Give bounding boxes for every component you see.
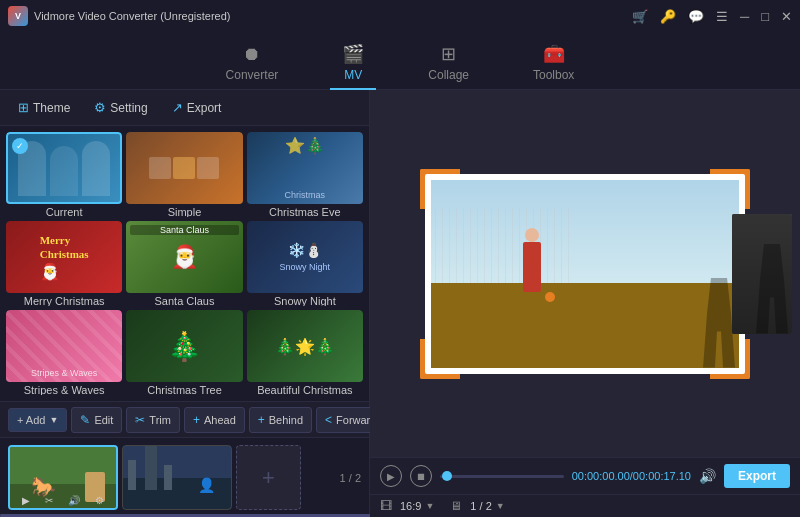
close-btn[interactable]: ✕ (781, 9, 792, 24)
theme-beautiful[interactable]: 🎄🌟🎄 Beautiful Christmas (247, 310, 363, 395)
theme-christmas-eve[interactable]: ⭐🎄 Christmas Christmas Eve (247, 132, 363, 217)
display-icon: 🖥 (450, 499, 462, 513)
tab-mv[interactable]: 🎬 MV (330, 37, 376, 90)
theme-current-thumb: ✓ (6, 132, 122, 204)
tab-converter-label: Converter (226, 68, 279, 82)
aspect-dropdown-arrow: ▼ (425, 501, 434, 511)
player-body (523, 242, 541, 292)
export-button[interactable]: Export (724, 464, 790, 488)
side-figure (752, 244, 792, 334)
trim-icon: ✂ (135, 413, 145, 427)
title-bar: V Vidmore Video Converter (Unregistered)… (0, 0, 800, 32)
edit-button[interactable]: ✎ Edit (71, 407, 122, 433)
subtab-setting[interactable]: ⚙ Setting (84, 96, 157, 119)
setting-icon: ⚙ (94, 100, 106, 115)
theme-icon: ⊞ (18, 100, 29, 115)
ratio-dropdown-arrow: ▼ (496, 501, 505, 511)
theme-tree-thumb: 🎄 (126, 310, 242, 382)
trim-button[interactable]: ✂ Trim (126, 407, 180, 433)
title-bar-left: V Vidmore Video Converter (Unregistered) (8, 6, 230, 26)
export-sub-icon: ↗ (172, 100, 183, 115)
menu-icon[interactable]: ☰ (716, 9, 728, 24)
theme-xmas-eve-thumb: ⭐🎄 Christmas (247, 132, 363, 204)
bottom-toolbar: + Add ▼ ✎ Edit ✂ Trim + Ahead + Behind (0, 401, 369, 437)
clip1-cut[interactable]: ✂ (45, 495, 53, 506)
theme-simple[interactable]: Simple (126, 132, 242, 217)
tab-toolbox-label: Toolbox (533, 68, 574, 82)
media-add-button[interactable]: + (236, 445, 301, 510)
clip1-controls: ▶ ✂ 🔊 ⚙ (10, 495, 116, 506)
preview-image (425, 174, 745, 374)
preview-frame (425, 174, 745, 374)
media-strip: 00:00:10 ✕ 🐎 ▶ ✂ 🔊 ⚙ (0, 437, 369, 517)
film-icon: 🎞 (380, 499, 392, 513)
theme-merry-christmas[interactable]: Merry Christmas 🎅 Merry Christmas (6, 221, 122, 306)
basketball (545, 292, 555, 302)
key-icon[interactable]: 🔑 (660, 9, 676, 24)
fence (431, 208, 739, 283)
tab-collage[interactable]: ⊞ Collage (416, 37, 481, 90)
theme-beautiful-label: Beautiful Christmas (247, 382, 363, 395)
theme-tree[interactable]: 🎄 Christmas Tree (126, 310, 242, 395)
media-clip-2[interactable]: 👤 (122, 445, 232, 510)
progress-indicator (442, 471, 452, 481)
left-panel: ⊞ Theme ⚙ Setting ↗ Export ✓ (0, 90, 370, 517)
theme-snowy[interactable]: ❄️⛄ Snowy Night Snowy Night (247, 221, 363, 306)
theme-stripes-label: Stripes & Waves (6, 382, 122, 395)
trim-label: Trim (149, 414, 171, 426)
progress-bar[interactable] (440, 475, 564, 478)
cart-icon[interactable]: 🛒 (632, 9, 648, 24)
theme-tree-label: Christmas Tree (126, 382, 242, 395)
forward-icon: < (325, 413, 332, 427)
scene-ground (431, 283, 739, 368)
aspect-ratio-label: 16:9 (400, 500, 421, 512)
theme-merry-label: Merry Christmas (6, 293, 122, 306)
subtab-theme[interactable]: ⊞ Theme (8, 96, 80, 119)
toolbox-icon: 🧰 (543, 43, 565, 65)
clip1-settings[interactable]: ⚙ (95, 495, 104, 506)
time-display: 00:00:00.00/00:00:17.10 (572, 470, 691, 482)
collage-icon: ⊞ (441, 43, 456, 65)
subtab-theme-label: Theme (33, 101, 70, 115)
media-clip-1[interactable]: 00:00:10 ✕ 🐎 ▶ ✂ 🔊 ⚙ (8, 445, 118, 510)
theme-merry-thumb: Merry Christmas 🎅 (6, 221, 122, 293)
tab-converter[interactable]: ⏺ Converter (214, 38, 291, 90)
theme-current-label: Current (6, 204, 122, 217)
aspect-bar: 🎞 16:9 ▼ 🖥 1 / 2 ▼ (370, 494, 800, 517)
subtab-export[interactable]: ↗ Export (162, 96, 232, 119)
minimize-btn[interactable]: ─ (740, 9, 749, 24)
behind-button[interactable]: + Behind (249, 407, 312, 433)
tab-toolbox[interactable]: 🧰 Toolbox (521, 37, 586, 90)
add-label: + Add (17, 414, 45, 426)
add-dropdown-arrow[interactable]: ▼ (49, 415, 58, 425)
behind-label: Behind (269, 414, 303, 426)
theme-santa[interactable]: 🎅 Santa Claus Santa Claus (126, 221, 242, 306)
right-panel: ▶ ⏹ 00:00:00.00/00:00:17.10 🔊 Export 🎞 1… (370, 90, 800, 517)
theme-grid: ✓ Current Happy (0, 126, 369, 401)
theme-stripes[interactable]: Stripes & Waves Stripes & Waves (6, 310, 122, 395)
sub-tabs: ⊞ Theme ⚙ Setting ↗ Export (0, 90, 369, 126)
theme-snowy-thumb: ❄️⛄ Snowy Night (247, 221, 363, 293)
message-icon[interactable]: 💬 (688, 9, 704, 24)
clip1-vol[interactable]: 🔊 (68, 495, 80, 506)
app-icon: V (8, 6, 28, 26)
playback-bar: ▶ ⏹ 00:00:00.00/00:00:17.10 🔊 Export (370, 457, 800, 494)
theme-xmas-eve-label: Christmas Eve (247, 204, 363, 217)
volume-icon[interactable]: 🔊 (699, 468, 716, 484)
maximize-btn[interactable]: □ (761, 9, 769, 24)
stop-button[interactable]: ⏹ (410, 465, 432, 487)
converter-icon: ⏺ (243, 44, 261, 65)
page-counter: 1 / 2 (340, 472, 361, 484)
clip1-play[interactable]: ▶ (22, 495, 30, 506)
page-ratio-display[interactable]: 1 / 2 ▼ (470, 500, 504, 512)
basketball-scene (431, 180, 739, 368)
play-button[interactable]: ▶ (380, 465, 402, 487)
ahead-button[interactable]: + Ahead (184, 407, 245, 433)
add-plus-icon: + (262, 465, 275, 491)
aspect-ratio-select[interactable]: 16:9 ▼ (400, 500, 434, 512)
theme-current[interactable]: ✓ Current Happy (6, 132, 122, 217)
add-button[interactable]: + Add ▼ (8, 408, 67, 432)
edit-icon: ✎ (80, 413, 90, 427)
app-title: Vidmore Video Converter (Unregistered) (34, 10, 230, 22)
ahead-icon: + (193, 413, 200, 427)
